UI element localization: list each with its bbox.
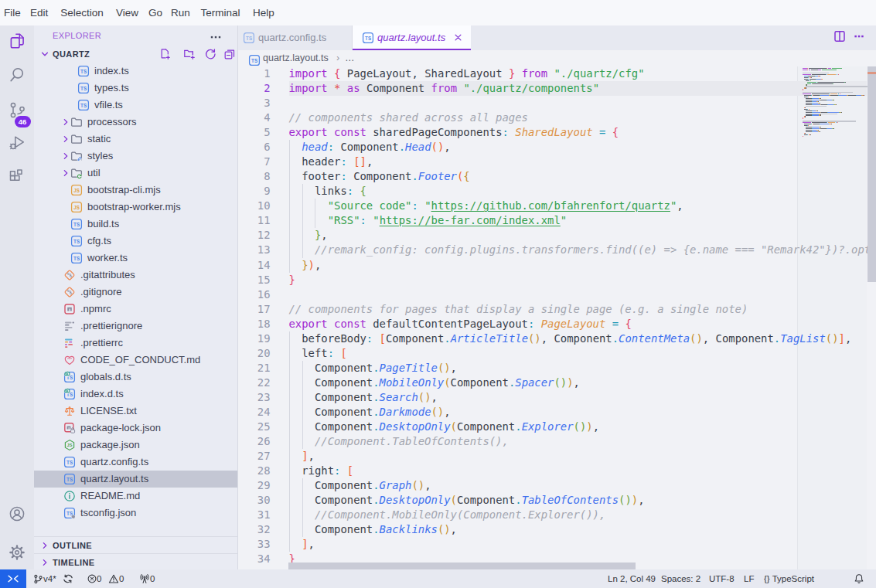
- menu-go[interactable]: Go: [148, 0, 161, 25]
- code-token: (): [619, 494, 632, 506]
- tree-item-index.ts[interactable]: TSindex.ts: [34, 63, 237, 80]
- tree-item-styles[interactable]: styles: [34, 148, 237, 165]
- menu-view[interactable]: View: [116, 0, 138, 25]
- error-icon[interactable]: [87, 573, 97, 584]
- status-branch[interactable]: v4*: [43, 569, 56, 588]
- tree-item-label: bootstrap-worker.mjs: [87, 199, 181, 216]
- code-line-7: 7 header: [],: [238, 155, 876, 169]
- code-editor[interactable]: 1import { PageLayout, SharedLayout } fro…: [238, 66, 876, 569]
- tree-item-package.json[interactable]: JSpackage.json: [34, 437, 237, 454]
- refresh-icon[interactable]: [204, 48, 216, 60]
- tree-item-.prettierignore[interactable]: .prettierignore: [34, 318, 237, 335]
- tree-item-code-of-conduct.md[interactable]: CODE_OF_CONDUCT.md: [34, 352, 237, 369]
- status-eol[interactable]: LF: [744, 569, 754, 588]
- tree-item-util[interactable]: util: [34, 165, 237, 182]
- menu-terminal[interactable]: Terminal: [199, 0, 241, 25]
- tree-item-worker.ts[interactable]: TSworker.ts: [34, 250, 237, 267]
- code-token: [340, 464, 346, 477]
- code-line-text: ],: [289, 537, 315, 552]
- status-ports[interactable]: 0: [150, 569, 155, 588]
- debug-icon[interactable]: [8, 134, 26, 152]
- code-line-6: 6 head: Component.Head(),: [238, 140, 876, 155]
- code-token: ": [373, 214, 379, 226]
- tree-item-tsconfig.json[interactable]: TStsconfig.json: [34, 505, 237, 522]
- tree-item-bootstrap-cli.mjs[interactable]: JSbootstrap-cli.mjs: [34, 182, 237, 199]
- tree-item-types.ts[interactable]: TStypes.ts: [34, 80, 237, 97]
- bell-icon[interactable]: [854, 573, 864, 584]
- tree-item-vfile.ts[interactable]: TSvfile.ts: [34, 97, 237, 114]
- menu-edit[interactable]: Edit: [30, 0, 48, 25]
- code-line-text: head: Component.Head(),: [289, 140, 451, 155]
- branch-icon[interactable]: [32, 573, 43, 584]
- close-icon[interactable]: [454, 33, 463, 42]
- tree-item-quartz.config.ts[interactable]: TSquartz.config.ts: [34, 454, 237, 471]
- line-number: 23: [238, 390, 271, 405]
- breadcrumb[interactable]: TSquartz.layout.ts›…: [238, 50, 876, 66]
- files-icon[interactable]: [8, 32, 26, 50]
- search-icon[interactable]: [8, 66, 26, 84]
- new-folder-icon[interactable]: [183, 48, 196, 60]
- warning-icon[interactable]: [108, 573, 119, 584]
- collapse-all-icon[interactable]: [223, 48, 236, 60]
- sync-icon[interactable]: [63, 573, 73, 584]
- code-token: const: [334, 126, 366, 138]
- tree-item-.gitattributes[interactable]: .gitattributes: [34, 267, 237, 284]
- breadcrumb-more[interactable]: …: [345, 50, 355, 66]
- radio-tower-icon[interactable]: [139, 573, 150, 584]
- tree-item-.prettierrc[interactable]: .prettierrc: [34, 335, 237, 352]
- vertical-scrollbar[interactable]: [867, 66, 876, 282]
- status-indentation[interactable]: Spaces: 2: [661, 569, 700, 588]
- status-errors[interactable]: 0: [97, 569, 101, 588]
- menu-help[interactable]: Help: [253, 0, 273, 25]
- code-line-17: 17// components for pages that display a…: [238, 302, 876, 317]
- tree-item-index.d.ts[interactable]: TSindex.d.ts: [34, 386, 237, 403]
- tree-item-static[interactable]: static: [34, 131, 237, 148]
- code-token: =: [612, 318, 619, 330]
- section-header-outline[interactable]: OUTLINE: [34, 536, 237, 553]
- tree-item-bootstrap-worker.mjs[interactable]: JSbootstrap-worker.mjs: [34, 199, 237, 216]
- code-token: Component: [451, 376, 509, 389]
- tree-item-.npmrc[interactable]: .npmrc: [34, 301, 237, 318]
- section-header-timeline[interactable]: TIMELINE: [34, 553, 237, 570]
- menu-selection[interactable]: Selection: [59, 0, 105, 25]
- remote-indicator[interactable]: [0, 569, 26, 588]
- more-icon[interactable]: [210, 31, 222, 43]
- gear-icon[interactable]: [8, 543, 26, 562]
- chevron-down-icon[interactable]: [39, 48, 51, 60]
- menu-run[interactable]: Run: [171, 0, 189, 25]
- npm-file-icon: [63, 303, 76, 315]
- code-token: MobileOnly: [380, 376, 445, 389]
- breadcrumb-file[interactable]: quartz.layout.ts: [263, 50, 329, 66]
- tree-item-readme.md[interactable]: README.md: [34, 488, 237, 505]
- tree-item-processors[interactable]: processors: [34, 114, 237, 131]
- tree-item-globals.d.ts[interactable]: TSglobals.d.ts: [34, 369, 237, 386]
- tree-item-license.txt[interactable]: LICENSE.txt: [34, 403, 237, 420]
- horizontal-scrollbar[interactable]: [288, 563, 636, 570]
- svg-text:JS: JS: [73, 188, 80, 193]
- tree-item-build.ts[interactable]: TSbuild.ts: [34, 216, 237, 233]
- code-token: Darkmode: [380, 406, 431, 418]
- code-token: ,: [308, 450, 315, 462]
- code-token: ]: [302, 538, 308, 550]
- extensions-icon[interactable]: [8, 168, 26, 186]
- new-file-icon[interactable]: [158, 48, 171, 60]
- account-icon[interactable]: [8, 505, 26, 523]
- code-token: .: [373, 376, 379, 389]
- menu-file[interactable]: File: [4, 0, 20, 25]
- status-encoding[interactable]: UTF-8: [709, 569, 735, 588]
- tree-item-quartz.layout.ts[interactable]: TSquartz.layout.ts: [34, 471, 237, 488]
- tab-quartz.config.ts[interactable]: TSquartz.config.ts: [238, 25, 353, 50]
- section-header-quartz[interactable]: QUARTZ: [53, 46, 90, 63]
- svg-text:TS: TS: [365, 36, 371, 41]
- status-cursor-position[interactable]: Ln 2, Col 49: [608, 569, 656, 588]
- tree-item-cfg.ts[interactable]: TScfg.ts: [34, 233, 237, 250]
- tree-item-.gitignore[interactable]: .gitignore: [34, 284, 237, 301]
- split-editor-icon[interactable]: [834, 31, 845, 42]
- tab-quartz.layout.ts[interactable]: TSquartz.layout.ts: [353, 25, 471, 50]
- tree-item-package-lock.json[interactable]: package-lock.json: [34, 420, 237, 437]
- more-actions-icon[interactable]: [854, 31, 864, 42]
- code-token: Component: [289, 362, 373, 374]
- status-language[interactable]: {} TypeScript: [764, 569, 814, 588]
- status-warnings[interactable]: 0: [119, 569, 124, 588]
- code-line-text: export const defaultContentPageLayout: P…: [289, 317, 632, 331]
